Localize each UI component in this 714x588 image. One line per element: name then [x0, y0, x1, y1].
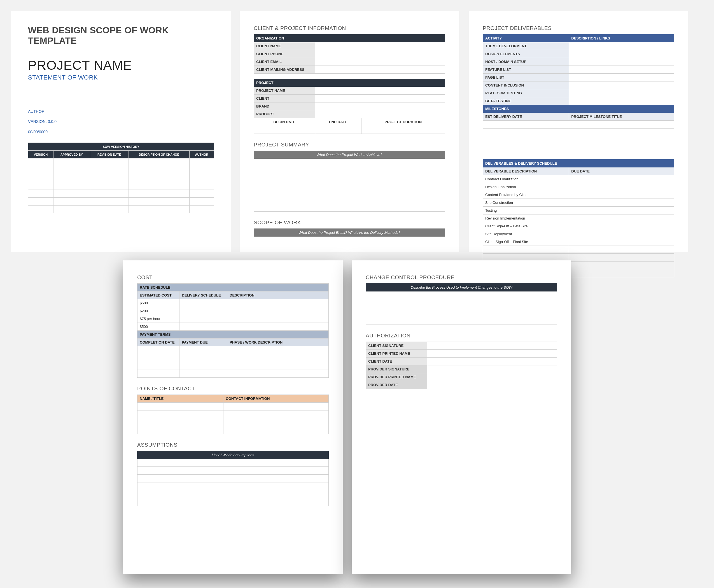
date-label: 00/00/0000: [28, 127, 214, 137]
col-name: NAME / TITLE: [138, 395, 224, 403]
ccp-table: Describe the Process Used to Implement C…: [366, 284, 557, 325]
table-row[interactable]: CLIENT PRINTED NAME: [366, 350, 557, 358]
table-row[interactable]: HOST / DOMAIN SETUP: [483, 58, 674, 66]
col-est-cost: ESTIMATED COST: [138, 292, 180, 299]
table-row[interactable]: [138, 346, 329, 354]
page-4-cost: COST RATE SCHEDULE ESTIMATED COST DELIVE…: [123, 260, 343, 574]
table-row[interactable]: [483, 246, 674, 254]
col-contact: CONTACT INFORMATION: [224, 395, 329, 403]
project-table: PROJECT PROJECT NAME CLIENT BRAND PRODUC…: [254, 79, 445, 134]
table-row[interactable]: $200: [138, 307, 329, 315]
table-row[interactable]: PAGE LIST: [483, 74, 674, 82]
table-row[interactable]: CLIENT NAME: [254, 42, 445, 50]
assumptions-title: ASSUMPTIONS: [137, 442, 329, 448]
col-del-sched: DELIVERY SCHEDULE: [180, 292, 227, 299]
table-row[interactable]: [138, 362, 329, 370]
table-row[interactable]: CLIENT MAILING ADDRESS: [254, 66, 445, 74]
table-row[interactable]: [138, 411, 329, 418]
table-row[interactable]: [138, 498, 329, 506]
table-row[interactable]: [28, 159, 214, 166]
table-row[interactable]: BRAND: [254, 103, 445, 110]
table-row[interactable]: CLIENT: [254, 94, 445, 103]
col-approved: APPROVED BY: [53, 151, 90, 159]
delivery-schedule-table: DELIVERABLES & DELIVERY SCHEDULE DELIVER…: [483, 159, 674, 277]
table-row[interactable]: [28, 174, 214, 182]
col-comp-date: COMPLETION DATE: [138, 338, 180, 346]
ccp-input[interactable]: [366, 292, 557, 325]
table-row[interactable]: Revision Implementation: [483, 214, 674, 222]
table-row[interactable]: [138, 354, 329, 362]
table-row[interactable]: $500: [138, 299, 329, 307]
table-row[interactable]: PROJECT NAME: [254, 87, 445, 94]
col-pay-due: PAYMENT DUE: [180, 338, 227, 346]
table-row[interactable]: THEME DEVELOPMENT: [483, 42, 674, 50]
table-row[interactable]: [28, 190, 214, 198]
table-row[interactable]: [28, 182, 214, 190]
table-row[interactable]: Contract Finalization: [483, 175, 674, 183]
rate-schedule-table: RATE SCHEDULE ESTIMATED COST DELIVERY SC…: [137, 284, 329, 378]
ccp-prompt: Describe the Process Used to Implement C…: [366, 284, 557, 292]
table-row[interactable]: [483, 128, 674, 136]
table-row[interactable]: PROVIDER SIGNATURE: [366, 365, 557, 373]
project-name: PROJECT NAME: [28, 58, 214, 73]
table-row[interactable]: BETA TESTING: [483, 97, 674, 105]
col-version: VERSION: [28, 151, 54, 159]
col-est-date: EST DELIVERY DATE: [483, 113, 569, 121]
table-row[interactable]: [138, 482, 329, 490]
col-begin: BEGIN DATE: [254, 118, 315, 126]
table-row[interactable]: Client Sign-Off – Beta Site: [483, 222, 674, 230]
milestones-header: MILESTONES: [483, 105, 674, 113]
assumptions-table: List All Made Assumptions: [137, 451, 329, 506]
table-row[interactable]: FEATURE LIST: [483, 66, 674, 74]
org-header: ORGANIZATION: [254, 35, 445, 42]
table-row[interactable]: [138, 467, 329, 475]
table-row[interactable]: [483, 121, 674, 128]
summary-input[interactable]: [254, 159, 445, 212]
table-row[interactable]: PRODUCT: [254, 110, 445, 118]
table-row[interactable]: [138, 459, 329, 467]
client-project-title: CLIENT & PROJECT INFORMATION: [254, 25, 445, 31]
table-row[interactable]: [138, 490, 329, 498]
table-row[interactable]: [28, 206, 214, 213]
summary-prompt: What Does the Project Work to Achieve?: [254, 151, 445, 159]
col-duration: PROJECT DURATION: [361, 118, 445, 126]
table-row[interactable]: [138, 418, 329, 426]
table-row[interactable]: [138, 403, 329, 411]
table-row[interactable]: $75 per hour: [138, 315, 329, 323]
table-row[interactable]: [483, 144, 674, 152]
table-row[interactable]: $500: [138, 323, 329, 331]
table-row[interactable]: CONTENT INCLUSION: [483, 82, 674, 89]
table-row[interactable]: [138, 370, 329, 378]
table-row[interactable]: [28, 198, 214, 206]
table-row[interactable]: Client Sign-Off – Final Site: [483, 238, 674, 246]
table-row[interactable]: Site Construction: [483, 199, 674, 207]
table-row[interactable]: [254, 126, 445, 134]
col-desc: DESCRIPTION: [227, 292, 329, 299]
table-row[interactable]: [483, 136, 674, 144]
table-row[interactable]: PROVIDER PRINTED NAME: [366, 373, 557, 381]
page-1-cover: WEB DESIGN SCOPE OF WORK TEMPLATE PROJEC…: [11, 11, 231, 252]
table-row[interactable]: [138, 475, 329, 482]
poc-title: POINTS OF CONTACT: [137, 385, 329, 392]
scope-prompt: What Does the Project Entail? What Are t…: [254, 229, 445, 237]
table-row[interactable]: CLIENT PHONE: [254, 50, 445, 58]
activities-table: ACTIVITY DESCRIPTION / LINKS THEME DEVEL…: [483, 34, 674, 152]
ccp-title: CHANGE CONTROL PROCEDURE: [366, 274, 557, 280]
table-row[interactable]: Content Provided by Client: [483, 191, 674, 199]
table-row[interactable]: [138, 426, 329, 434]
table-row[interactable]: CLIENT DATE: [366, 358, 557, 365]
schedule-header: DELIVERABLES & DELIVERY SCHEDULE: [483, 160, 674, 167]
col-deliv-desc: DELIVERABLE DESCRIPTION: [483, 167, 569, 175]
project-header: PROJECT: [254, 79, 445, 87]
table-row[interactable]: DESIGN ELEMENTS: [483, 50, 674, 58]
table-row[interactable]: CLIENT EMAIL: [254, 58, 445, 66]
table-row[interactable]: Testing: [483, 207, 674, 214]
table-row[interactable]: Design Finalization: [483, 183, 674, 191]
table-row[interactable]: Site Deployment: [483, 230, 674, 238]
table-row[interactable]: CLIENT SIGNATURE: [366, 342, 557, 350]
payment-header: PAYMENT TERMS: [138, 331, 329, 338]
table-row[interactable]: PLATFORM TESTING: [483, 89, 674, 97]
table-row[interactable]: PROVIDER DATE: [366, 381, 557, 389]
table-row[interactable]: [28, 166, 214, 174]
sow-version-history-table: SOW VERSION HISTORY VERSION APPROVED BY …: [28, 143, 214, 213]
